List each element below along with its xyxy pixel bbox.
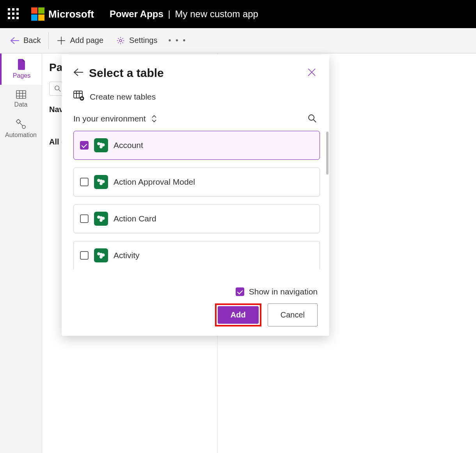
table-checkbox[interactable] <box>80 251 89 260</box>
table-list[interactable]: Account Action Approval Model Action Car… <box>62 131 329 280</box>
gear-icon <box>116 36 125 45</box>
dialog-button-row: Add Cancel <box>73 303 318 326</box>
svg-rect-1 <box>16 91 26 98</box>
rail-pages-label: Pages <box>13 72 30 79</box>
arrow-left-icon <box>10 36 20 45</box>
svg-point-0 <box>119 39 122 42</box>
page-icon <box>2 59 42 70</box>
dialog-back-button[interactable] <box>73 68 83 78</box>
left-rail: Pages Data Automation <box>0 54 42 453</box>
settings-button[interactable]: Settings <box>110 33 163 48</box>
scrollbar-thumb[interactable] <box>326 132 329 175</box>
environment-label: In your environment <box>73 114 146 123</box>
cancel-button[interactable]: Cancel <box>268 303 318 326</box>
table-checkbox[interactable] <box>80 141 89 150</box>
table-item-action-card[interactable]: Action Card <box>73 204 320 233</box>
environment-filter-row: In your environment <box>62 114 329 124</box>
create-new-tables-button[interactable]: Create new tables <box>62 91 329 103</box>
dataverse-icon <box>94 138 108 152</box>
settings-label: Settings <box>129 36 157 45</box>
dataverse-icon <box>94 248 108 262</box>
table-name-label: Activity <box>114 251 140 260</box>
title-separator: | <box>168 9 171 19</box>
add-button[interactable]: Add <box>218 306 259 324</box>
table-checkbox[interactable] <box>80 178 89 186</box>
sort-toggle-icon[interactable] <box>151 115 158 123</box>
app-header: Microsoft Power Apps | My new custom app <box>0 0 476 28</box>
show-in-nav-checkbox[interactable] <box>236 287 244 296</box>
table-name-label: Action Approval Model <box>114 177 195 187</box>
command-bar: Back Add page Settings • • • <box>0 28 476 54</box>
search-icon <box>54 85 61 92</box>
flow-icon <box>0 119 42 129</box>
back-button[interactable]: Back <box>4 33 47 48</box>
dialog-title: Select a table <box>89 66 307 80</box>
dialog-footer: Show in navigation Add Cancel <box>62 280 329 326</box>
microsoft-logo: Microsoft <box>31 7 94 21</box>
table-icon <box>0 90 42 99</box>
rail-automation-label: Automation <box>5 132 37 138</box>
rail-item-pages[interactable]: Pages <box>0 54 42 85</box>
svg-point-4 <box>55 86 59 90</box>
table-checkbox[interactable] <box>80 214 89 223</box>
show-in-navigation-option[interactable]: Show in navigation <box>73 287 318 296</box>
dataverse-icon <box>94 175 108 189</box>
plus-icon <box>57 36 66 45</box>
select-table-dialog: Select a table Create new tables In your… <box>62 55 329 336</box>
back-label: Back <box>23 36 41 45</box>
app-name[interactable]: Power Apps <box>110 9 163 20</box>
dialog-close-button[interactable] <box>307 68 318 78</box>
toolbar-divider <box>48 32 49 49</box>
table-plus-icon <box>73 91 84 103</box>
svg-point-7 <box>309 115 314 120</box>
dialog-header: Select a table <box>62 66 329 80</box>
table-search-button[interactable] <box>307 114 318 124</box>
app-launcher-icon[interactable] <box>8 8 20 20</box>
show-in-nav-label: Show in navigation <box>249 287 318 296</box>
app-subtitle[interactable]: My new custom app <box>175 9 258 20</box>
rail-data-label: Data <box>14 101 28 108</box>
microsoft-logo-icon <box>31 7 44 21</box>
add-page-label: Add page <box>70 36 103 45</box>
create-new-label: Create new tables <box>90 92 156 102</box>
rail-item-automation[interactable]: Automation <box>0 114 42 144</box>
tutorial-highlight: Add <box>215 303 261 326</box>
add-page-button[interactable]: Add page <box>50 33 110 48</box>
table-name-label: Account <box>114 141 143 150</box>
table-item-action-approval-model[interactable]: Action Approval Model <box>73 168 320 196</box>
dataverse-icon <box>94 212 108 226</box>
svg-point-3 <box>22 125 25 128</box>
table-item-activity[interactable]: Activity <box>73 241 320 269</box>
rail-item-data[interactable]: Data <box>0 85 42 114</box>
more-options-button[interactable]: • • • <box>163 33 191 48</box>
microsoft-brand-text: Microsoft <box>48 8 94 20</box>
table-name-label: Action Card <box>114 214 156 223</box>
table-item-account[interactable]: Account <box>73 131 320 160</box>
